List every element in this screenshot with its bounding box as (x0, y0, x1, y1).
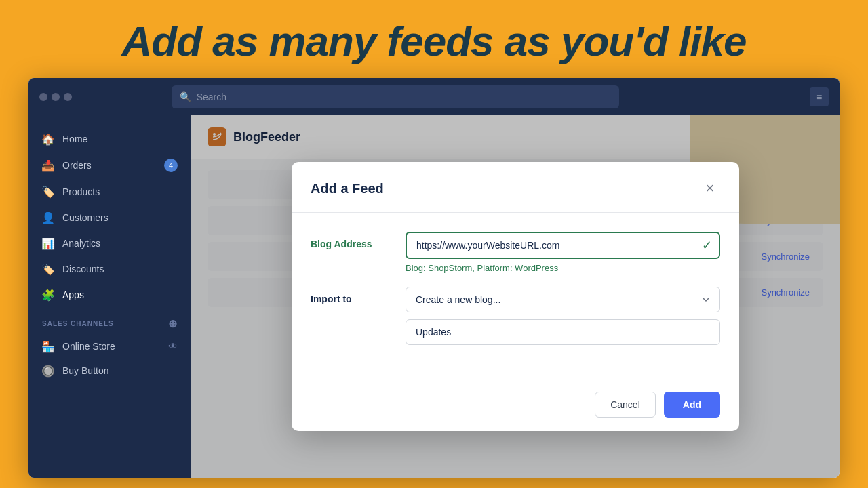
import-to-row: Import to Create a new blog...Existing B… (311, 287, 720, 345)
modal-footer: Cancel Add (292, 378, 739, 431)
input-check-icon: ✓ (702, 238, 712, 253)
analytics-icon: 📊 (42, 237, 54, 249)
blog-address-input[interactable] (406, 232, 720, 259)
topbar-menu-icon[interactable]: ≡ (810, 87, 829, 106)
blog-address-input-wrap: ✓ (406, 232, 720, 259)
blog-address-row: Blog Address ✓ Blog: ShopStorm, Platform… (311, 232, 720, 273)
sidebar-item-label: Home (62, 134, 87, 144)
orders-icon: 📥 (42, 159, 54, 171)
eye-icon[interactable]: 👁 (168, 341, 178, 352)
sidebar-item-online-store[interactable]: 🏪 Online Store 👁 (28, 334, 191, 359)
layout: 🏠 Home 📥 Orders 4 🏷️ Products 👤 Customer… (28, 115, 840, 478)
sidebar-item-label: Analytics (62, 238, 100, 249)
sidebar-item-label: Orders (62, 160, 92, 171)
home-icon: 🏠 (42, 133, 54, 145)
customers-icon: 👤 (42, 211, 54, 224)
sidebar: 🏠 Home 📥 Orders 4 🏷️ Products 👤 Customer… (28, 115, 191, 478)
sidebar-item-label: Discounts (62, 264, 104, 274)
search-icon: 🔍 (180, 92, 191, 102)
modal-close-button[interactable]: × (700, 178, 720, 199)
add-feed-modal: Add a Feed × Blog Address ✓ (292, 162, 739, 431)
sidebar-item-home[interactable]: 🏠 Home (28, 126, 191, 152)
sales-channels-section: SALES CHANNELS ⊕ (28, 308, 191, 334)
blog-address-field-wrap: ✓ Blog: ShopStorm, Platform: WordPress (406, 232, 720, 273)
online-store-icon: 🏪 (42, 340, 54, 352)
modal-body: Blog Address ✓ Blog: ShopStorm, Platform… (292, 213, 739, 378)
topbar: 🔍 Search ≡ (28, 78, 840, 115)
banner: Add as many feeds as you'd like (0, 0, 868, 81)
topbar-dots (39, 93, 72, 101)
banner-text: Add as many feeds as you'd like (122, 17, 747, 65)
search-bar[interactable]: 🔍 Search (172, 85, 619, 108)
topbar-dot-2 (52, 93, 60, 101)
sidebar-item-buy-button[interactable]: 🔘 Buy Button (28, 359, 191, 383)
sidebar-item-label: Customers (62, 212, 108, 223)
sales-channels-label: SALES CHANNELS (42, 320, 114, 327)
search-placeholder: Search (197, 92, 226, 102)
discounts-icon: 🏷️ (42, 263, 54, 275)
modal-title: Add a Feed (311, 181, 384, 197)
import-to-field-wrap: Create a new blog...Existing Blog (406, 287, 720, 345)
new-blog-name-input[interactable] (406, 319, 720, 345)
sidebar-item-products[interactable]: 🏷️ Products (28, 179, 191, 205)
modal-header: Add a Feed × (292, 162, 739, 213)
sidebar-item-apps[interactable]: 🧩 Apps (28, 282, 191, 308)
modal-overlay: Add a Feed × Blog Address ✓ (191, 115, 840, 478)
add-button[interactable]: Add (664, 392, 720, 418)
sidebar-item-customers[interactable]: 👤 Customers (28, 205, 191, 230)
apps-icon: 🧩 (42, 289, 54, 301)
products-icon: 🏷️ (42, 186, 54, 198)
sidebar-item-label: Products (62, 186, 100, 197)
cancel-button[interactable]: Cancel (595, 392, 656, 418)
topbar-right: ≡ (810, 87, 829, 106)
import-to-select[interactable]: Create a new blog...Existing Blog (406, 287, 720, 312)
import-to-label: Import to (311, 287, 392, 304)
sidebar-item-analytics[interactable]: 📊 Analytics (28, 230, 191, 256)
sidebar-item-orders[interactable]: 📥 Orders 4 (28, 152, 191, 179)
blog-address-hint: Blog: ShopStorm, Platform: WordPress (406, 263, 720, 273)
orders-badge: 4 (164, 159, 178, 172)
buy-button-icon: 🔘 (42, 365, 54, 377)
topbar-dot-1 (39, 93, 47, 101)
main-content: BlogFeeder Add Feed Synchronize Synchron… (191, 115, 840, 478)
blog-address-label: Blog Address (311, 232, 392, 249)
sidebar-item-label: Apps (62, 289, 84, 300)
add-sales-channel-icon[interactable]: ⊕ (168, 317, 178, 330)
sidebar-item-discounts[interactable]: 🏷️ Discounts (28, 256, 191, 282)
sidebar-sub-item-label: Online Store (62, 341, 115, 352)
sidebar-sub-item-label: Buy Button (62, 365, 109, 376)
topbar-dot-3 (64, 93, 72, 101)
app-window: 🔍 Search ≡ 🏠 Home 📥 Orders 4 🏷️ Products (28, 78, 840, 478)
